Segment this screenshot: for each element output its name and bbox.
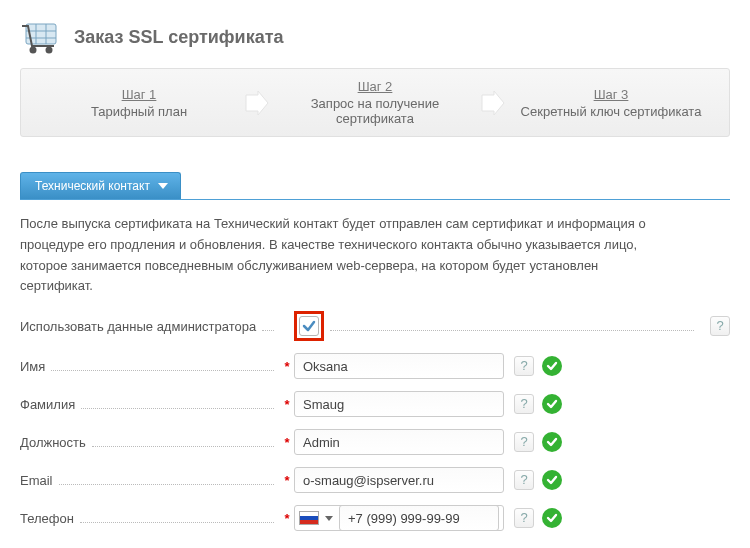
step-2[interactable]: Шаг 2 Запрос на получение сертификата [271,79,479,126]
help-button[interactable]: ? [514,394,534,414]
arrow-icon [479,91,507,115]
name-field[interactable] [294,353,504,379]
help-button[interactable]: ? [514,508,534,528]
step-number: Шаг 3 [507,87,715,102]
email-field[interactable] [294,467,504,493]
required-mark: * [280,473,294,488]
row-name: Имя * ? [20,353,730,379]
surname-field[interactable] [294,391,504,417]
step-3[interactable]: Шаг 3 Секретный ключ сертификата [507,87,715,119]
row-phone: Телефон * ? [20,505,730,531]
valid-icon [542,508,562,528]
step-1[interactable]: Шаг 1 Тарифный план [35,87,243,119]
help-button[interactable]: ? [514,470,534,490]
tab-bar: Технический контакт [20,172,730,200]
field-label: Использовать данные администратора [20,319,256,334]
step-number: Шаг 1 [35,87,243,102]
field-label: Email [20,473,53,488]
chevron-down-icon [158,183,168,189]
step-label: Тарифный план [35,104,243,119]
row-surname: Фамилия * ? [20,391,730,417]
help-button[interactable]: ? [710,316,730,336]
page-title: Заказ SSL сертификата [74,27,283,48]
valid-icon [542,470,562,490]
flag-ru-icon[interactable] [299,511,319,525]
field-label: Телефон [20,511,74,526]
required-mark: * [280,511,294,526]
svg-point-5 [30,47,37,54]
row-position: Должность * ? [20,429,730,455]
row-email: Email * ? [20,467,730,493]
arrow-icon [243,91,271,115]
field-label: Имя [20,359,45,374]
valid-icon [542,356,562,376]
required-mark: * [280,397,294,412]
valid-icon [542,432,562,452]
steps-bar: Шаг 1 Тарифный план Шаг 2 Запрос на полу… [20,68,730,137]
use-admin-checkbox[interactable] [299,316,319,336]
help-button[interactable]: ? [514,356,534,376]
phone-field[interactable] [339,505,499,531]
page-header: Заказ SSL сертификата [20,18,730,56]
step-label: Секретный ключ сертификата [507,104,715,119]
tab-tech-contact[interactable]: Технический контакт [20,172,181,199]
required-mark: * [280,435,294,450]
section-description: После выпуска сертификата на Технический… [20,214,660,297]
check-icon [302,319,316,333]
position-field[interactable] [294,429,504,455]
required-mark: * [280,359,294,374]
cart-icon [20,18,62,56]
field-label: Фамилия [20,397,75,412]
field-label: Должность [20,435,86,450]
step-label: Запрос на получение сертификата [271,96,479,126]
help-button[interactable]: ? [514,432,534,452]
row-use-admin: Использовать данные администратора ? [20,311,730,341]
chevron-down-icon[interactable] [325,516,333,521]
svg-point-6 [46,47,53,54]
tab-label: Технический контакт [35,179,150,193]
step-number: Шаг 2 [271,79,479,94]
highlight-box [294,311,324,341]
valid-icon [542,394,562,414]
phone-field-wrap [294,505,504,531]
